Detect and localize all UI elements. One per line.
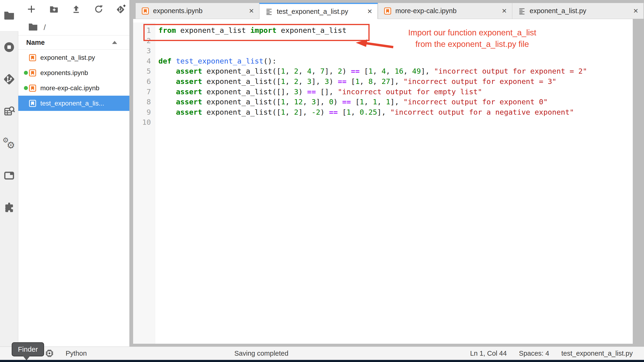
file-row[interactable]: exponent_a_list.py [18,50,129,65]
code-line [158,36,633,46]
text-file-icon [265,8,273,16]
macos-dock-strip [0,360,644,362]
line-number-gutter: 12345678910 [133,23,155,344]
sort-ascending-icon [112,40,118,45]
git-init-button[interactable] [115,4,127,16]
sidebar-item-running-sessions[interactable] [0,32,18,64]
file-name: more-exp-calc.ipynb [40,84,99,92]
jupyterlab-window: ⚙⚙ / Name exponent_a_list.pyexponents.ip… [0,0,644,362]
line-number: 4 [133,56,155,66]
status-bar-right: Ln 1, Col 44 Spaces: 4 test_exponent_a_l… [470,347,633,360]
text-file-icon [518,7,526,15]
breadcrumb-root[interactable]: / [44,23,46,32]
table-search-icon [3,105,15,118]
tab-label: exponent_a_list.py [530,7,586,15]
sidebar-item-open-tabs[interactable] [0,160,18,192]
line-number: 6 [133,77,155,87]
new-launcher-plus-button[interactable] [25,4,38,16]
git-icon [3,73,15,86]
code-line: assert exponent_a_list([1, 12, 3], 0) ==… [158,97,633,107]
file-list-header[interactable]: Name [18,35,129,50]
breadcrumb[interactable]: / [28,21,46,34]
code-editor: 12345678910 from exponent_a_list import … [133,23,633,344]
finder-tooltip-tail [22,355,30,360]
refresh-button[interactable] [92,4,105,16]
kernel-status[interactable]: Python [44,347,87,360]
save-status-message: Saving completed [234,347,288,360]
cursor-position[interactable]: Ln 1, Col 44 [470,349,507,357]
chip-icon [44,348,54,358]
gears-icon: ⚙⚙ [2,137,16,151]
notebook-icon [28,69,36,77]
upload-icon [71,4,81,15]
tab-exponent_a_list.py[interactable]: exponent_a_list.py✕ [512,3,644,19]
notebook-icon [384,7,392,15]
open-tabs-icon [3,170,15,183]
code-line [158,117,633,128]
file-row[interactable]: test_exponent_a_lis... [18,96,129,111]
upload-button[interactable] [70,4,82,16]
line-number: 5 [133,66,155,77]
code-text-area[interactable]: from exponent_a_list import exponent_a_l… [156,23,633,344]
notebook-icon [28,54,36,62]
notebook-icon [28,84,36,92]
file-row[interactable]: more-exp-calc.ipynb [18,80,129,96]
folder-icon [3,9,15,22]
close-icon[interactable]: ✕ [249,7,254,15]
sidebar-item-puzzle[interactable] [0,192,18,224]
file-browser-toolbar [25,2,127,17]
sidebar-item-table-search[interactable] [0,96,18,128]
tab-bar: exponents.ipynb✕test_exponent_a_list.py✕… [136,3,644,19]
rail-panel: ⚙⚙ [0,31,18,347]
kernel-running-dot [24,86,28,90]
tab-test_exponent_a_list.py[interactable]: test_exponent_a_list.py✕ [259,3,378,19]
status-filename: test_exponent_a_list.py [561,349,633,357]
sidebar-item-file-browser[interactable] [0,5,18,26]
code-line: assert exponent_a_list([1, 2], -2) == [1… [158,107,633,118]
new-launcher-plus-icon [26,4,36,15]
code-line: assert exponent_a_list([1, 2, 3], 3) == … [158,77,633,87]
tab-label: exponents.ipynb [153,7,202,15]
file-list: exponent_a_list.pyexponents.ipynbmore-ex… [18,50,129,111]
sidebar-item-git[interactable] [0,64,18,96]
file-name: test_exponent_a_lis... [40,100,104,107]
refresh-icon [94,4,104,15]
line-number: 10 [133,117,155,128]
line-number: 1 [133,25,155,36]
status-bar: Python Saving completed Ln 1, Col 44 Spa… [0,346,644,360]
file-name: exponent_a_list.py [40,54,95,62]
code-line: assert exponent_a_list([], 3) == [], "in… [158,87,633,97]
kernel-running-dot [24,71,28,75]
sidebar-item-gears[interactable]: ⚙⚙ [0,128,18,160]
running-sessions-icon [3,41,15,54]
git-init-icon [116,4,126,15]
document-area: 12345678910 from exponent_a_list import … [133,19,633,344]
line-number: 3 [133,46,155,56]
line-number: 7 [133,87,155,97]
tab-label: test_exponent_a_list.py [277,8,348,16]
kernel-name: Python [66,349,87,357]
close-icon[interactable]: ✕ [502,7,507,15]
left-activity-rail: ⚙⚙ [0,0,18,346]
puzzle-icon [3,202,15,215]
close-icon[interactable]: ✕ [633,7,638,15]
tab-exponents.ipynb[interactable]: exponents.ipynb✕ [136,3,259,19]
code-line [158,46,633,56]
new-folder-button[interactable] [48,4,60,16]
line-number: 9 [133,107,155,118]
tab-label: more-exp-calc.ipynb [395,7,456,15]
code-line: def test_exponent_a_list(): [158,56,633,66]
indent-setting[interactable]: Spaces: 4 [519,349,549,357]
code-line: from exponent_a_list import exponent_a_l… [158,25,633,36]
new-folder-icon [49,4,59,15]
file-name: exponents.ipynb [40,69,88,77]
close-icon[interactable]: ✕ [367,8,372,15]
name-column-header[interactable]: Name [26,39,45,47]
file-row[interactable]: exponents.ipynb [18,65,129,80]
code-line: assert exponent_a_list([1, 2, 4, 7], 2) … [158,66,633,77]
line-number: 8 [133,97,155,107]
notebook-icon [28,99,36,107]
folder-icon [28,21,38,33]
line-number: 2 [133,36,155,46]
tab-more-exp-calc.ipynb[interactable]: more-exp-calc.ipynb✕ [378,3,512,19]
